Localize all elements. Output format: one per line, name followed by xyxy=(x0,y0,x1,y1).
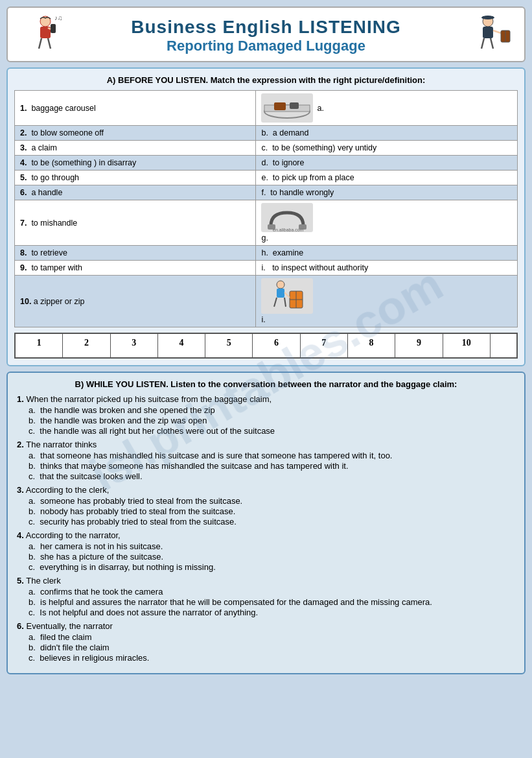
q5-option-b: b. is helpful and assures the narrator t… xyxy=(29,597,515,607)
right-item-b: b. a demand xyxy=(256,126,518,141)
question-1: 1. When the narrator picked up his suitc… xyxy=(17,394,515,436)
answer-num-10: 10 xyxy=(446,338,487,348)
left-item-5: 5. to go through xyxy=(15,171,256,185)
answer-num-7: 7 xyxy=(303,338,345,348)
answer-boxes: 1 2 3 4 5 6 7 8 9 10 xyxy=(14,333,518,359)
table-row: 7. to mishandle en.alibaba.com g. xyxy=(15,200,518,246)
q3-option-a: a. someone has probably tried to steal f… xyxy=(29,496,515,506)
right-item-i2: i. xyxy=(256,276,518,327)
q4-number: 4. xyxy=(17,530,24,540)
carousel-image xyxy=(261,93,313,123)
question-4: 4. According to the narrator, a. her cam… xyxy=(17,530,515,572)
q2-option-c: c. that the suitcase looks well. xyxy=(29,471,515,481)
table-row: 8. to retrieve h. examine xyxy=(15,246,518,261)
question-2: 2. The narrator thinks a. that someone h… xyxy=(17,440,515,481)
q5-options: a. confirms that he took the camera b. i… xyxy=(17,587,515,617)
left-item-1: 1. baggage carousel xyxy=(15,91,256,126)
svg-rect-19 xyxy=(261,278,313,314)
answer-cell-9[interactable]: 9 xyxy=(395,334,443,357)
table-row: 5. to go through e. to pick up from a pl… xyxy=(15,171,518,185)
answer-num-4: 4 xyxy=(161,338,202,348)
right-item-i: i. to inspect without authority xyxy=(256,261,518,276)
q1-option-b: b. the handle was broken and the zip was… xyxy=(29,416,515,425)
answer-num-3: 3 xyxy=(113,338,155,348)
answer-cell-2[interactable]: 2 xyxy=(63,334,110,357)
q1-options: a. the handle was broken and she opened … xyxy=(17,405,515,436)
q6-option-b: b. didn't file the claim xyxy=(29,643,515,652)
answer-cell-blank[interactable] xyxy=(491,334,516,357)
right-item-g: en.alibaba.com g. xyxy=(256,200,518,246)
figure-left: ♪♫ xyxy=(16,13,74,58)
answer-num-5: 5 xyxy=(208,338,249,348)
table-row: 2. to blow someone off b. a demand xyxy=(15,126,518,141)
q6-option-a: a. filed the claim xyxy=(29,632,515,642)
table-row: 1. baggage carousel a. xyxy=(15,91,518,126)
q1-option-a: a. the handle was broken and she opened … xyxy=(29,405,515,415)
section-a-title: A) BEFORE YOU LISTEN. Match the expressi… xyxy=(14,75,518,85)
q6-option-c: c. believes in religious miracles. xyxy=(29,653,515,663)
answer-cell-6[interactable]: 6 xyxy=(253,334,300,357)
matching-table: 1. baggage carousel a. xyxy=(14,90,518,327)
q4-options: a. her camera is not in his suitcase. b.… xyxy=(17,541,515,572)
right-person-icon xyxy=(463,15,512,57)
right-item-c: c. to be (something) very untidy xyxy=(256,141,518,156)
right-i2-label: i. xyxy=(261,315,512,324)
q4-option-a: a. her camera is not in his suitcase. xyxy=(29,541,515,551)
answer-cell-5[interactable]: 5 xyxy=(205,334,253,357)
left-item-6: 6. a handle xyxy=(15,185,256,200)
q2-option-b: b. thinks that maybe someone has mishand… xyxy=(29,461,515,471)
answer-num-9: 9 xyxy=(398,338,439,348)
page-title-1: Business English LISTENING xyxy=(74,17,458,38)
answer-cell-10[interactable]: 10 xyxy=(443,334,491,357)
left-item-7: 7. to mishandle xyxy=(15,200,256,246)
right-item-a: a. xyxy=(256,91,518,126)
svg-rect-12 xyxy=(264,105,310,112)
q3-option-b: b. nobody has probably tried to steal fr… xyxy=(29,506,515,516)
svg-rect-21 xyxy=(277,289,284,298)
answer-num-2: 2 xyxy=(65,338,107,348)
q3-options: a. someone has probably tried to steal f… xyxy=(17,496,515,527)
svg-text:en.alibaba.com: en.alibaba.com xyxy=(273,228,304,232)
page-title-2: Reporting Damaged Luggage xyxy=(74,38,458,54)
handle-image: en.alibaba.com xyxy=(261,203,313,232)
q1-text: When the narrator picked up his suitcase… xyxy=(26,394,272,404)
left-item-9: 9. to tamper with xyxy=(15,261,256,276)
section-b-title: B) WHILE YOU LISTEN. Listen to the conve… xyxy=(17,379,515,389)
q6-options: a. filed the claim b. didn't file the cl… xyxy=(17,632,515,663)
q2-text: The narrator thinks xyxy=(26,440,97,449)
table-row: 3. a claim c. to be (something) very unt… xyxy=(15,141,518,156)
q2-options: a. that someone has mishandled his suitc… xyxy=(17,451,515,481)
right-item-e: e. to pick up from a place xyxy=(256,171,518,185)
answer-num-6: 6 xyxy=(255,338,297,348)
left-item-10: 10. a zipper or zip xyxy=(15,276,256,327)
figure-right xyxy=(458,13,516,58)
svg-rect-14 xyxy=(290,102,299,109)
q4-option-c: c. everything is in disarray, but nothin… xyxy=(29,562,515,572)
q1-option-c: c. the handle was all right but her clot… xyxy=(29,426,515,436)
q5-option-c: c. Is not helpful and does not assure th… xyxy=(29,608,515,617)
question-3: 3. According to the clerk, a. someone ha… xyxy=(17,485,515,527)
svg-rect-13 xyxy=(274,102,286,110)
answer-cell-8[interactable]: 8 xyxy=(348,334,395,357)
answer-cell-3[interactable]: 3 xyxy=(111,334,158,357)
section-b: B) WHILE YOU LISTEN. Listen to the conve… xyxy=(6,372,526,674)
q5-option-a: a. confirms that he took the camera xyxy=(29,587,515,597)
answer-cell-7[interactable]: 7 xyxy=(301,334,348,357)
left-item-8: 8. to retrieve xyxy=(15,246,256,261)
q4-text: According to the narrator, xyxy=(26,530,121,540)
svg-point-20 xyxy=(277,281,284,289)
answer-cell-4[interactable]: 4 xyxy=(158,334,205,357)
svg-rect-7 xyxy=(483,27,493,38)
q3-option-c: c. security has probably tried to steal … xyxy=(29,517,515,527)
left-item-3: 3. a claim xyxy=(15,141,256,156)
right-a-label: a. xyxy=(317,104,323,113)
left-person-icon: ♪♫ xyxy=(21,15,69,57)
right-g-label: g. xyxy=(261,233,512,243)
svg-rect-2 xyxy=(51,24,56,33)
table-row: 4. to be (something ) in disarray d. to … xyxy=(15,156,518,171)
answer-cell-1[interactable]: 1 xyxy=(16,334,63,357)
q5-number: 5. xyxy=(17,576,24,586)
table-row: 10. a zipper or zip xyxy=(15,276,518,327)
question-5: 5. The clerk a. confirms that he took th… xyxy=(17,576,515,617)
questions-list: 1. When the narrator picked up his suitc… xyxy=(17,394,515,663)
